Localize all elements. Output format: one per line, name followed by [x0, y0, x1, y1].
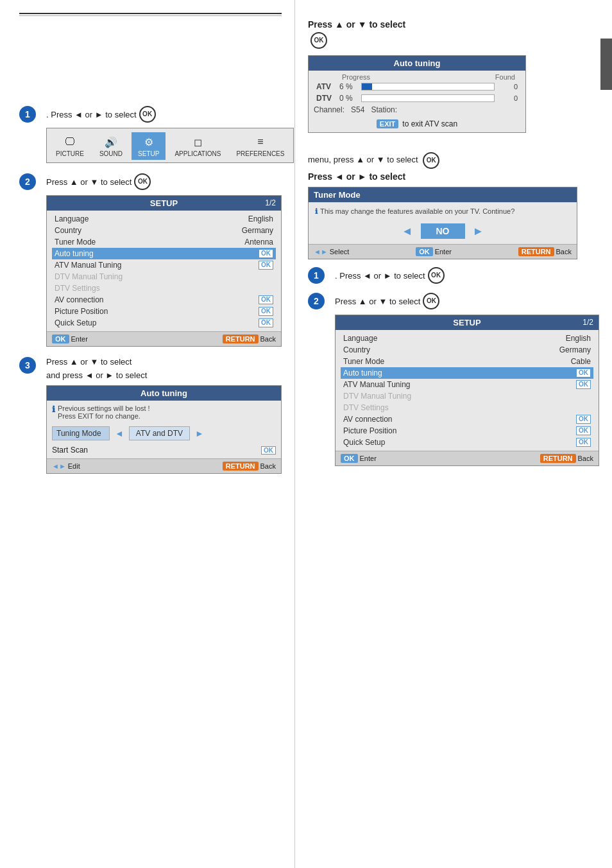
step2-right: 2 Press ▲ or ▼ to select OK SETUP 1/2 La…: [308, 293, 599, 471]
setup-icon: ⚙: [140, 135, 158, 149]
start-scan-row: Start Scan OK: [47, 443, 281, 458]
r-panel-row-language: Language English: [341, 333, 593, 344]
atv-progress-fill: [362, 83, 372, 90]
right-ok-btn[interactable]: OK: [423, 152, 439, 169]
step1-right-ok[interactable]: OK: [428, 267, 445, 284]
r-panel-row-av[interactable]: AV connection OK: [341, 413, 593, 425]
step1-right-circle: 1: [308, 267, 325, 284]
at-row-atv: ATV 6 % 0: [314, 81, 520, 92]
setup-panel-left: SETUP 1/2 Language English Country Germa…: [46, 195, 282, 347]
panel-row-av[interactable]: AV connection OK: [52, 294, 276, 306]
panel-row-quick-setup[interactable]: Quick Setup OK: [52, 317, 276, 329]
footer-return-back-tuner: RETURN Back: [518, 247, 572, 256]
panel-row-autotuning[interactable]: Auto tuning OK: [52, 248, 276, 259]
footer-ok-enter-tuner: OK Enter: [416, 247, 452, 256]
r-panel-row-autotuning[interactable]: Auto tuning OK: [341, 367, 593, 379]
tuner-header: Tuner Mode: [309, 187, 577, 202]
at-row-dtv: DTV 0 % 0: [314, 92, 520, 104]
menu-icon-sound[interactable]: 🔊 SOUND: [93, 132, 129, 160]
setup-panel-right-body: Language English Country Germany Tuner M…: [336, 330, 599, 451]
panel-row-atv-manual[interactable]: ATV Manual Tuning OK: [52, 259, 276, 271]
right-column: Press ▲ or ▼ to select OK Auto tuning Pr…: [295, 0, 612, 868]
step2-right-instruction: Press ▲ or ▼ to select OK: [335, 293, 599, 309]
applications-label: APPLICATIONS: [174, 150, 221, 157]
top-right-ok-btn[interactable]: OK: [310, 32, 327, 49]
step2-right-ok[interactable]: OK: [423, 293, 439, 309]
tuner-left-arrow[interactable]: ◄: [402, 225, 413, 238]
setup-panel-right: SETUP 1/2 Language English Country Germa…: [335, 315, 599, 466]
top-rule-1: [19, 13, 282, 14]
top-right-section: Press ▲ or ▼ to select OK Auto tuning Pr…: [308, 19, 599, 133]
menu-icon-applications[interactable]: ◻ APPLICATIONS: [168, 132, 227, 160]
step2-left: 2 Press ▲ or ▼ to select OK SETUP 1/2 La…: [19, 173, 282, 352]
applications-icon: ◻: [189, 135, 207, 149]
right-menu-instruction: menu, press ▲ or ▼ to select OK: [308, 152, 599, 169]
menu-icon-setup[interactable]: ⚙ SETUP: [132, 132, 166, 160]
top-right-instruction: Press ▲ or ▼ to select: [308, 19, 599, 30]
r-panel-row-picture-pos[interactable]: Picture Position OK: [341, 425, 593, 437]
setup-panel-right-footer: OK Enter RETURN Back: [336, 451, 599, 465]
sound-label: SOUND: [99, 150, 123, 157]
tuner-no-row: ◄ NO ►: [309, 218, 577, 244]
step3-left-circle: 3: [19, 357, 36, 374]
step1-left-instruction: . Press ◄ or ► to select OK: [46, 106, 294, 123]
sound-icon: 🔊: [102, 135, 120, 149]
preferences-icon: ≡: [251, 135, 269, 149]
modal-info: ℹ Previous settings will be lost ! Press…: [47, 401, 281, 424]
preferences-label: PREFERENCES: [236, 150, 284, 157]
select-arrows: ◄►: [314, 248, 328, 256]
panel-row-dtv-manual: DTV Manual Tuning: [52, 271, 276, 282]
step2-right-circle: 2: [308, 293, 325, 309]
modal-header: Auto tuning: [47, 386, 281, 401]
right-edge-tab: [600, 39, 612, 90]
setup-panel-header: SETUP 1/2: [47, 196, 281, 211]
right-tuner-section: menu, press ▲ or ▼ to select OK Press ◄ …: [308, 152, 599, 259]
step2-left-instruction: Press ▲ or ▼ to select OK: [46, 173, 282, 190]
r-footer-return-back: RETURN Back: [540, 454, 593, 463]
step1-left-ok[interactable]: OK: [139, 106, 156, 123]
panel-row-tunermode: Tuner Mode Antenna: [52, 236, 276, 248]
modal-footer: ◄► Edit RETURN Back: [47, 458, 281, 473]
setup-label: SETUP: [138, 150, 159, 157]
left-column: 1 . Press ◄ or ► to select OK 🖵 PICTURE …: [0, 0, 295, 868]
picture-label: PICTURE: [56, 150, 84, 157]
step2-left-ok[interactable]: OK: [134, 173, 151, 190]
menu-icons-row: 🖵 PICTURE 🔊 SOUND ⚙ SETUP ◻ APPLICATIONS: [46, 128, 294, 163]
step1-right-instruction: . Press ◄ or ► to select OK: [335, 267, 599, 284]
modal-footer-edit: ◄► Edit: [52, 462, 80, 471]
menu-icon-preferences[interactable]: ≡ PREFERENCES: [230, 132, 291, 160]
step2-left-circle: 2: [19, 173, 36, 190]
step1-right: 1 . Press ◄ or ► to select OK: [308, 267, 599, 288]
modal-footer-return: RETURN Back: [223, 462, 276, 471]
atv-progress-bg: [361, 83, 495, 91]
modal-right-arrow: ►: [195, 428, 204, 438]
right-press-lr: Press ◄ or ► to select: [308, 171, 599, 182]
r-panel-row-quick-setup[interactable]: Quick Setup OK: [341, 437, 593, 448]
tuner-footer: ◄► Select OK Enter RETURN Back: [309, 244, 577, 259]
footer-ok-enter: OK Enter: [52, 334, 88, 343]
step3-left: 3 Press ▲ or ▼ to select and press ◄ or …: [19, 357, 282, 479]
panel-row-dtv-settings: DTV Settings: [52, 282, 276, 294]
menu-icon-picture[interactable]: 🖵 PICTURE: [49, 132, 90, 160]
at-col-headers: Progress Found: [314, 73, 520, 81]
modal-tuning-mode-row[interactable]: Tuning Mode ◄ ATV and DTV ►: [47, 424, 281, 443]
step1-left-circle: 1: [19, 106, 36, 123]
dtv-progress-bg: [361, 94, 495, 102]
r-panel-row-atv-manual[interactable]: ATV Manual Tuning OK: [341, 379, 593, 390]
r-panel-row-dtv-settings: DTV Settings: [341, 402, 593, 413]
setup-panel-body: Language English Country Germany Tuner M…: [47, 211, 281, 331]
tuner-mode-panel: Tuner Mode ℹ This may change the feature…: [308, 187, 577, 259]
modal-left-arrow: ◄: [115, 428, 124, 438]
setup-panel-right-header: SETUP 1/2: [336, 315, 599, 330]
panel-row-picture-pos[interactable]: Picture Position OK: [52, 306, 276, 317]
r-panel-row-country: Country Germany: [341, 344, 593, 356]
step1-left: 1 . Press ◄ or ► to select OK 🖵 PICTURE …: [19, 106, 282, 168]
r-panel-row-tunermode: Tuner Mode Cable: [341, 356, 593, 367]
step3-left-instruction: Press ▲ or ▼ to select: [46, 357, 282, 367]
tuner-right-arrow[interactable]: ►: [473, 225, 484, 238]
setup-panel-footer: OK Enter RETURN Back: [47, 331, 281, 346]
exit-btn[interactable]: EXIT: [377, 119, 398, 128]
step3-left-instruction2: and press ◄ or ► to select: [46, 370, 282, 380]
edit-arrows: ◄►: [52, 462, 66, 470]
r-footer-ok-enter: OK Enter: [341, 454, 377, 463]
